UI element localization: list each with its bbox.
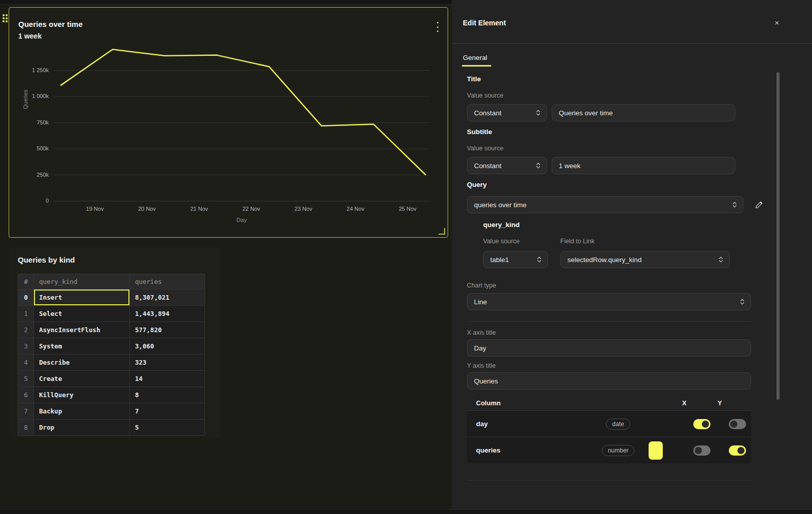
x-axis-title: Day <box>54 217 429 223</box>
x-tick-label: 20 Nov <box>131 206 163 212</box>
tab-general[interactable]: General <box>463 54 487 61</box>
y-tick-label: 750k <box>13 119 49 125</box>
table-header-row: # query_kind queries <box>18 274 205 290</box>
column-mapping-row: queriesnumber <box>467 437 751 463</box>
section-subtitle-heading: Subtitle <box>467 128 492 136</box>
table-panel[interactable]: Queries by kind # query_kind queries 0In… <box>9 247 220 438</box>
subtitle-source-select[interactable]: Constant <box>467 157 547 174</box>
x-tick-label: 22 Nov <box>235 206 267 212</box>
table-row: 4Describe323 <box>18 355 205 371</box>
query-kind-cell[interactable]: Create <box>34 371 130 387</box>
field-to-link-select[interactable]: selectedRow.query_kind <box>560 251 730 268</box>
type-badge: date <box>606 419 630 430</box>
resize-handle-icon[interactable] <box>438 228 445 235</box>
x-axis-toggle[interactable] <box>693 445 710 456</box>
x-axis-title-label: X axis title <box>467 329 496 336</box>
chevron-updown-icon <box>718 255 724 264</box>
close-icon[interactable]: × <box>771 17 783 28</box>
y-tick-label: 500k <box>13 145 49 151</box>
y-tick-label: 1 000k <box>13 93 49 99</box>
column-header-index: # <box>18 274 34 290</box>
row-index-cell: 6 <box>18 387 34 403</box>
scrollbar-thumb[interactable] <box>776 72 780 400</box>
column-name: queries <box>467 446 588 454</box>
x-axis-title-input[interactable] <box>467 339 751 357</box>
chevron-updown-icon <box>536 255 542 264</box>
y-axis-title-label: Y axis title <box>467 362 496 369</box>
query-kind-cell[interactable]: Backup <box>34 403 130 420</box>
x-tick-label: 21 Nov <box>183 206 215 212</box>
tab-active-underline <box>462 65 491 67</box>
queries-value-cell[interactable]: 3,060 <box>130 338 205 355</box>
query-kind-cell[interactable]: Select <box>34 306 130 322</box>
panel-title: Edit Element <box>463 19 506 27</box>
chart-panel[interactable]: Queries over time 1 week Queries 0250k50… <box>9 7 448 238</box>
kebab-menu-icon[interactable] <box>434 21 441 33</box>
query-kind-cell[interactable]: KillQuery <box>34 387 130 403</box>
table-row: 5Create14 <box>18 371 205 387</box>
table-panel-title: Queries by kind <box>18 255 75 264</box>
edit-element-panel: Edit Element × General Title Value sourc… <box>452 0 812 514</box>
chart-subtitle: 1 week <box>18 32 42 40</box>
chevron-updown-icon <box>535 162 541 170</box>
query-kind-cell[interactable]: System <box>34 338 130 355</box>
columns-mapping-table: Column X Y daydatequeriesnumber <box>467 395 751 463</box>
title-value-input[interactable] <box>552 104 735 121</box>
row-index-cell: 3 <box>18 338 34 355</box>
section-title-heading: Title <box>467 75 481 83</box>
query-kind-heading: query_kind <box>483 221 520 229</box>
row-index-cell: 7 <box>18 403 34 420</box>
query-kind-cell[interactable]: Drop <box>34 420 130 436</box>
queries-value-cell[interactable]: 8,307,021 <box>130 290 205 306</box>
y-axis-toggle[interactable] <box>729 445 746 456</box>
table-row: 7Backup7 <box>18 403 205 420</box>
series-line-queries <box>60 49 426 175</box>
queries-value-cell[interactable]: 577,820 <box>130 322 205 338</box>
columns-header-x: X <box>682 399 718 407</box>
section-query-heading: Query <box>467 181 487 188</box>
x-tick-label: 19 Nov <box>79 206 111 212</box>
subtitle-value-input[interactable] <box>552 157 735 174</box>
queries-value-cell[interactable]: 1,443,894 <box>130 306 205 322</box>
queries-value-cell[interactable]: 8 <box>130 387 205 403</box>
bottom-edge-strip <box>0 509 812 514</box>
x-axis-toggle[interactable] <box>693 419 710 429</box>
table-row: 0Insert8,307,021 <box>18 290 205 306</box>
query-kind-cell[interactable]: Insert <box>34 290 130 306</box>
queries-value-cell[interactable]: 14 <box>130 371 205 387</box>
query-select[interactable]: queries over time <box>467 196 743 213</box>
column-name: day <box>467 420 588 428</box>
query-kind-cell[interactable]: AsyncInsertFlush <box>34 322 130 338</box>
chart-type-select[interactable]: Line <box>467 293 751 310</box>
x-axis-tick-labels: 19 Nov20 Nov21 Nov22 Nov23 Nov24 Nov25 N… <box>54 206 429 214</box>
toggle-knob <box>695 447 702 454</box>
queries-value-cell[interactable]: 323 <box>130 355 205 371</box>
y-axis-title-input[interactable] <box>467 372 751 390</box>
chevron-updown-icon <box>732 201 737 209</box>
y-tick-label: 250k <box>13 172 49 178</box>
row-index-cell: 0 <box>18 290 34 306</box>
queries-value-cell[interactable]: 5 <box>130 420 205 436</box>
column-header-queries: queries <box>130 274 205 290</box>
queries-value-cell[interactable]: 7 <box>130 403 205 420</box>
dashboard-canvas[interactable]: Queries over time 1 week Queries 0250k50… <box>0 0 452 514</box>
column-header-query-kind: query_kind <box>34 274 130 290</box>
edit-pencil-icon[interactable] <box>755 200 764 209</box>
chart-title: Queries over time <box>18 20 83 28</box>
y-axis-toggle[interactable] <box>729 419 746 429</box>
app-root: Queries over time 1 week Queries 0250k50… <box>0 0 812 514</box>
row-index-cell: 5 <box>18 371 34 387</box>
subtitle-value-source-label: Value source <box>467 145 503 152</box>
y-tick-label: 0 <box>13 198 49 204</box>
table-row: 2AsyncInsertFlush577,820 <box>18 322 205 338</box>
series-color-swatch[interactable] <box>649 441 663 460</box>
x-tick-label: 23 Nov <box>287 206 320 212</box>
chart-type-label: Chart type <box>467 282 496 289</box>
title-value-source-label: Value source <box>467 92 503 99</box>
bottom-divider <box>467 480 751 480</box>
columns-header-column: Column <box>467 399 682 407</box>
query-kind-cell[interactable]: Describe <box>34 355 130 371</box>
query-kind-value-source-label: Value source <box>483 238 520 245</box>
title-source-select[interactable]: Constant <box>467 104 547 121</box>
query-kind-source-select[interactable]: table1 <box>483 251 548 268</box>
